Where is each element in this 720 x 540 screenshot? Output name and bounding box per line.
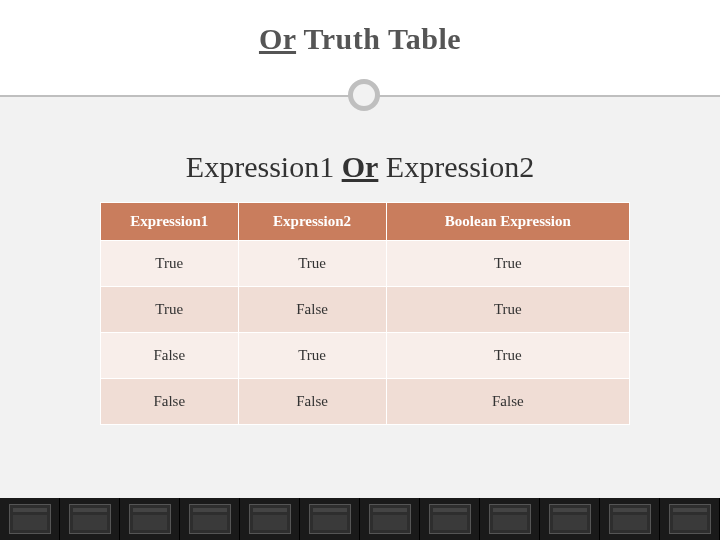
thumbnail-icon — [69, 504, 111, 534]
thumbnail-icon — [129, 504, 171, 534]
thumbnail-icon — [9, 504, 51, 534]
slide-thumbnail[interactable] — [180, 498, 240, 540]
col-header-expression2: Expression2 — [238, 203, 386, 241]
slide-thumbnail[interactable] — [360, 498, 420, 540]
thumbnail-icon — [609, 504, 651, 534]
cell: True — [238, 333, 386, 379]
thumbnail-icon — [429, 504, 471, 534]
thumbnail-strip — [0, 498, 720, 540]
truth-table-container: Expression1 Expression2 Boolean Expressi… — [100, 202, 630, 425]
subtitle-keyword: Or — [342, 150, 379, 183]
col-header-expression1: Expression1 — [101, 203, 239, 241]
subtitle: Expression1 Or Expression2 — [0, 150, 720, 184]
thumbnail-icon — [369, 504, 411, 534]
slide-thumbnail[interactable] — [480, 498, 540, 540]
slide: Or Truth Table Expression1 Or Expression… — [0, 0, 720, 540]
table-row: True False True — [101, 287, 630, 333]
cell: False — [101, 379, 239, 425]
page-title: Or Truth Table — [0, 22, 720, 56]
cell: True — [386, 241, 629, 287]
slide-thumbnail[interactable] — [300, 498, 360, 540]
cell: True — [101, 241, 239, 287]
cell: False — [386, 379, 629, 425]
thumbnail-icon — [549, 504, 591, 534]
title-underlined: Or — [259, 22, 296, 55]
cell: False — [101, 333, 239, 379]
cell: True — [386, 333, 629, 379]
thumbnail-icon — [249, 504, 291, 534]
slide-thumbnail[interactable] — [120, 498, 180, 540]
title-rest: Truth Table — [296, 22, 461, 55]
cell: True — [386, 287, 629, 333]
cell: True — [238, 241, 386, 287]
decorative-circle-icon — [348, 79, 380, 111]
slide-thumbnail[interactable] — [60, 498, 120, 540]
cell: True — [101, 287, 239, 333]
table-row: True True True — [101, 241, 630, 287]
table-row: False True True — [101, 333, 630, 379]
thumbnail-icon — [309, 504, 351, 534]
slide-thumbnail[interactable] — [660, 498, 720, 540]
thumbnail-icon — [669, 504, 711, 534]
slide-thumbnail[interactable] — [540, 498, 600, 540]
table-header-row: Expression1 Expression2 Boolean Expressi… — [101, 203, 630, 241]
cell: False — [238, 287, 386, 333]
thumbnail-icon — [489, 504, 531, 534]
slide-thumbnail[interactable] — [0, 498, 60, 540]
col-header-boolean: Boolean Expression — [386, 203, 629, 241]
subtitle-right: Expression2 — [378, 150, 534, 183]
slide-thumbnail[interactable] — [420, 498, 480, 540]
table-row: False False False — [101, 379, 630, 425]
thumbnail-icon — [189, 504, 231, 534]
slide-thumbnail[interactable] — [600, 498, 660, 540]
cell: False — [238, 379, 386, 425]
subtitle-left: Expression1 — [186, 150, 342, 183]
slide-thumbnail[interactable] — [240, 498, 300, 540]
truth-table: Expression1 Expression2 Boolean Expressi… — [100, 202, 630, 425]
